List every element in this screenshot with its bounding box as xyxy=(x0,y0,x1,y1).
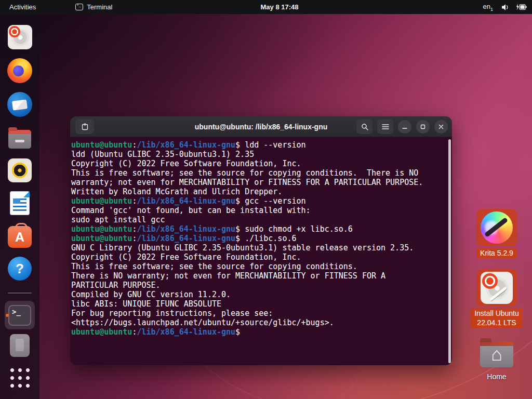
desktop-icon-label: Install Ubuntu22.04.1 LTS xyxy=(471,308,523,328)
terminal-line: There is NO warranty; not even for MERCH… xyxy=(71,271,450,281)
terminal-output: ubuntu@ubuntu:/lib/x86_64-linux-gnu$ ldd… xyxy=(71,140,450,337)
new-tab-button[interactable] xyxy=(75,119,94,134)
terminal-line: Copyright (C) 2022 Free Software Foundat… xyxy=(71,252,450,262)
krita-icon xyxy=(481,211,513,244)
desktop: Activities Terminal May 8 17:48 en1 xyxy=(0,0,532,399)
ubuntu-installer-icon xyxy=(481,272,513,304)
volume-icon[interactable] xyxy=(501,4,510,11)
terminal-line: libc ABIs: UNIQUE IFUNC ABSOLUTE xyxy=(71,299,450,309)
dock-item-ubuntu-software[interactable] xyxy=(5,224,35,248)
close-button[interactable] xyxy=(434,120,448,134)
desktop-icon-label: Home xyxy=(483,371,510,382)
terminal-line: <https://bugs.launchpad.net/ubuntu/+sour… xyxy=(71,318,450,327)
focused-app-name: Terminal xyxy=(87,3,112,11)
terminal-line: This is free software; see the source fo… xyxy=(71,262,450,271)
terminal-line: ubuntu@ubuntu:/lib/x86_64-linux-gnu$ gcc… xyxy=(71,196,450,206)
minimize-button[interactable] xyxy=(398,120,411,134)
keyboard-layout-indicator[interactable]: en1 xyxy=(483,3,493,12)
dock-item-terminal[interactable] xyxy=(5,301,35,329)
terminal-app-icon xyxy=(75,4,83,10)
terminal-icon xyxy=(8,305,31,326)
dock xyxy=(0,14,39,399)
top-bar: Activities Terminal May 8 17:48 en1 xyxy=(0,0,532,14)
search-icon xyxy=(361,123,368,130)
dock-item-rhythmbox[interactable] xyxy=(5,158,35,182)
clock[interactable]: May 8 17:48 xyxy=(261,3,299,11)
terminal-window: ubuntu@ubuntu: /lib/x86_64-linux-gnu xyxy=(70,116,452,365)
close-icon xyxy=(438,124,444,129)
search-button[interactable] xyxy=(356,119,373,134)
help-icon xyxy=(8,257,32,281)
terminal-line: ubuntu@ubuntu:/lib/x86_64-linux-gnu$ sud… xyxy=(71,224,450,234)
terminal-content[interactable]: ubuntu@ubuntu:/lib/x86_64-linux-gnu$ ldd… xyxy=(70,137,452,365)
new-tab-icon xyxy=(81,123,89,130)
activities-button[interactable]: Activities xyxy=(0,0,45,14)
terminal-line: warranty; not even for MERCHANTABILITY o… xyxy=(71,178,450,187)
libreoffice-writer-icon xyxy=(10,191,30,215)
dock-item-firefox[interactable] xyxy=(5,58,35,83)
home-folder-icon xyxy=(480,341,513,367)
dock-item-thunderbird[interactable] xyxy=(5,92,35,117)
dock-separator xyxy=(8,292,32,294)
terminal-line: This is free software; see the source fo… xyxy=(71,168,450,178)
terminal-line: ubuntu@ubuntu:/lib/x86_64-linux-gnu$ ldd… xyxy=(71,140,450,150)
terminal-line: ubuntu@ubuntu:/lib/x86_64-linux-gnu$ ./l… xyxy=(71,234,450,243)
ubuntu-installer-icon xyxy=(8,25,32,49)
dock-item-help[interactable] xyxy=(5,257,35,281)
terminal-line: Copyright (C) 2022 Free Software Foundat… xyxy=(71,159,450,168)
brush-stroke xyxy=(489,286,508,301)
firefox-icon xyxy=(7,58,32,83)
thunderbird-icon xyxy=(7,92,32,117)
terminal-line: Command 'gcc' not found, but can be inst… xyxy=(71,206,450,215)
running-indicator xyxy=(6,314,9,317)
terminal-line: ubuntu@ubuntu:/lib/x86_64-linux-gnu$ xyxy=(71,327,450,337)
focused-app-menu[interactable]: Terminal xyxy=(75,3,112,11)
terminal-titlebar[interactable]: ubuntu@ubuntu: /lib/x86_64-linux-gnu xyxy=(70,116,452,137)
dock-item-files[interactable] xyxy=(5,126,35,150)
terminal-line: ldd (Ubuntu GLIBC 2.35-0ubuntu3.1) 2.35 xyxy=(71,150,450,159)
terminal-line: sudo apt install gcc xyxy=(71,215,450,224)
maximize-icon xyxy=(420,124,425,129)
menu-icon xyxy=(382,124,389,130)
terminal-line: Written by Roland McGrath and Ulrich Dre… xyxy=(71,187,450,196)
menu-button[interactable] xyxy=(377,119,393,134)
dock-item-usb-drive[interactable] xyxy=(5,334,35,357)
terminal-line: GNU C Library (Ubuntu GLIBC 2.35-0ubuntu… xyxy=(71,243,450,252)
dock-item-show-apps[interactable] xyxy=(5,366,35,390)
desktop-icon-install-ubuntu[interactable]: Install Ubuntu22.04.1 LTS xyxy=(460,269,532,328)
terminal-scrollbar[interactable] xyxy=(448,139,451,363)
show-applications-icon xyxy=(8,366,32,390)
desktop-icon-krita[interactable]: Krita 5.2.9 xyxy=(466,209,528,258)
system-status-area[interactable]: en1 xyxy=(483,0,527,14)
battery-charging-icon[interactable] xyxy=(515,4,527,10)
terminal-line: For bug reporting instructions, please s… xyxy=(71,309,450,318)
usb-drive-icon xyxy=(10,334,30,357)
rhythmbox-icon xyxy=(8,158,32,182)
dock-item-ubuntu-installer[interactable] xyxy=(5,25,35,49)
terminal-line: PARTICULAR PURPOSE. xyxy=(71,281,450,290)
ubuntu-software-icon xyxy=(8,226,32,248)
files-icon xyxy=(8,130,31,149)
dock-item-libreoffice-writer[interactable] xyxy=(5,191,35,215)
maximize-button[interactable] xyxy=(416,120,430,134)
desktop-icon-label: Krita 5.2.9 xyxy=(476,248,517,258)
minimize-icon xyxy=(402,124,407,129)
desktop-icon-home[interactable]: Home xyxy=(468,339,526,382)
terminal-line: Compiled by GNU CC version 11.2.0. xyxy=(71,290,450,299)
